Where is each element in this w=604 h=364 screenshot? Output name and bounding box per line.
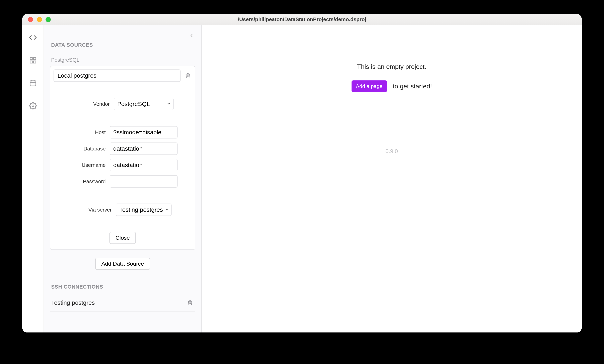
add-page-button[interactable]: Add a page <box>352 80 387 92</box>
minimize-window-icon[interactable] <box>37 17 42 22</box>
cta-suffix-text: to get started! <box>393 83 432 90</box>
password-label: Password <box>68 178 106 185</box>
database-input[interactable] <box>110 143 177 155</box>
vendor-select[interactable] <box>114 98 174 110</box>
username-label: Username <box>68 162 106 168</box>
via-server-select[interactable] <box>116 204 172 216</box>
calendar-icon[interactable] <box>29 79 37 87</box>
window-title: /Users/philipeaton/DataStationProjects/d… <box>22 16 582 23</box>
dashboard-icon[interactable] <box>29 56 37 65</box>
via-server-label: Via server <box>74 207 112 213</box>
add-data-source-button[interactable]: Add Data Source <box>95 258 150 270</box>
delete-ssh-connection-button[interactable] <box>186 299 194 307</box>
host-input[interactable] <box>110 126 177 138</box>
zoom-window-icon[interactable] <box>46 17 51 22</box>
svg-rect-3 <box>34 61 36 63</box>
main-content: This is an empty project. Add a page to … <box>202 25 582 332</box>
username-input[interactable] <box>110 159 177 171</box>
section-header-data-sources: DATA SOURCES <box>51 42 195 48</box>
host-label: Host <box>68 129 106 135</box>
close-card-button[interactable]: Close <box>110 232 136 244</box>
collapse-sidebar-button[interactable] <box>188 32 195 39</box>
gear-icon[interactable] <box>29 101 37 110</box>
svg-rect-1 <box>34 58 36 60</box>
svg-point-8 <box>32 105 34 107</box>
data-source-name-input[interactable] <box>53 70 181 82</box>
sidebar-panel: DATA SOURCES PostgreSQL Vendor <box>44 25 202 332</box>
vendor-label: Vendor <box>72 101 110 107</box>
empty-state-title: This is an empty project. <box>357 63 427 71</box>
database-label: Database <box>68 146 106 152</box>
window-controls <box>22 17 51 22</box>
ssh-connection-name: Testing postgres <box>51 299 186 306</box>
close-window-icon[interactable] <box>28 17 33 22</box>
ssh-connection-item[interactable]: Testing postgres <box>50 294 195 312</box>
code-icon[interactable] <box>29 33 37 42</box>
version-label: 0.9.0 <box>386 148 398 155</box>
section-header-ssh: SSH CONNECTIONS <box>51 284 195 290</box>
svg-rect-4 <box>30 81 36 86</box>
titlebar: /Users/philipeaton/DataStationProjects/d… <box>22 14 582 25</box>
app-window: /Users/philipeaton/DataStationProjects/d… <box>22 14 582 332</box>
nav-rail <box>22 25 44 332</box>
data-source-type-label: PostgreSQL <box>51 57 195 63</box>
svg-rect-2 <box>30 61 32 63</box>
data-source-card: Vendor Host Database <box>50 66 195 250</box>
svg-rect-0 <box>30 58 32 60</box>
password-input[interactable] <box>110 175 177 188</box>
delete-data-source-button[interactable] <box>184 72 192 80</box>
